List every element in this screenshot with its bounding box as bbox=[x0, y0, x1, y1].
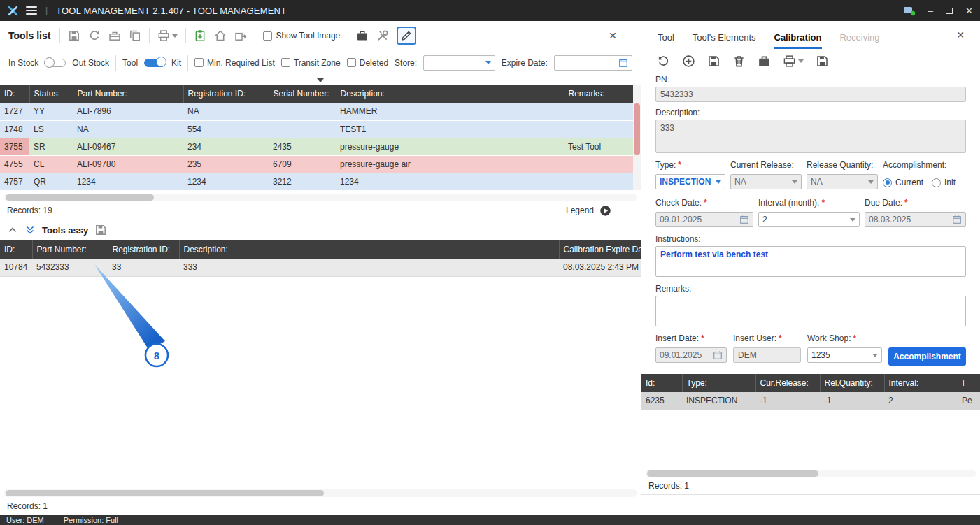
min-required-checkbox[interactable] bbox=[194, 58, 204, 67]
scrollbar-thumb[interactable] bbox=[634, 103, 640, 155]
column-header[interactable]: Id: bbox=[641, 374, 682, 392]
table-row[interactable]: 3755SRALI-094672342435pressure-gaugeTest… bbox=[0, 138, 633, 155]
add-icon[interactable] bbox=[682, 55, 695, 68]
description-field[interactable]: 333 bbox=[655, 120, 966, 153]
show-tool-image-checkbox[interactable] bbox=[263, 31, 272, 41]
double-chevron-down-icon[interactable] bbox=[24, 224, 36, 236]
type-select[interactable]: INSPECTION bbox=[655, 174, 725, 189]
print-dropdown-caret-icon[interactable] bbox=[798, 59, 804, 63]
column-header[interactable]: Part Number: bbox=[32, 240, 108, 259]
accomplishment-button[interactable]: Accomplishment bbox=[888, 347, 966, 366]
edit-icon[interactable] bbox=[397, 27, 416, 45]
column-header[interactable]: Registration ID: bbox=[108, 240, 179, 259]
interval-select[interactable]: 2 bbox=[758, 212, 860, 227]
expire-date-input[interactable] bbox=[554, 55, 632, 71]
transfer-icon[interactable] bbox=[234, 29, 247, 42]
save-icon[interactable] bbox=[94, 224, 107, 236]
refresh-icon[interactable] bbox=[88, 29, 101, 42]
tab-receiving[interactable]: Receiving bbox=[839, 25, 880, 49]
print-icon[interactable] bbox=[783, 55, 804, 68]
column-header[interactable]: Part Number: bbox=[73, 85, 183, 103]
column-header[interactable]: Description: bbox=[336, 85, 564, 103]
horizontal-scrollbar[interactable] bbox=[4, 489, 637, 497]
table-cell: NA bbox=[73, 120, 183, 138]
column-header[interactable]: Serial Number: bbox=[269, 85, 336, 103]
init-radio[interactable] bbox=[932, 178, 941, 187]
column-header[interactable]: Calibration Expire Da bbox=[559, 240, 641, 259]
briefcase-icon[interactable] bbox=[356, 29, 369, 42]
table-row[interactable]: 4755CLALI-097802356709pressure-gauge air bbox=[0, 155, 633, 173]
work-shop-select[interactable]: 1235 bbox=[807, 347, 882, 363]
briefcase-icon[interactable] bbox=[758, 55, 771, 68]
tools-icon[interactable] bbox=[376, 29, 389, 42]
copy-icon[interactable] bbox=[129, 29, 141, 42]
close-tools-list-button[interactable]: ✕ bbox=[609, 30, 617, 41]
check-date-input[interactable]: 09.01.2025 bbox=[655, 212, 753, 227]
export-icon[interactable] bbox=[816, 55, 829, 68]
pn-field[interactable]: 5432333 bbox=[655, 87, 966, 102]
undo-icon[interactable] bbox=[657, 55, 670, 68]
close-panel-button[interactable]: ✕ bbox=[956, 29, 965, 49]
stock-toggle[interactable] bbox=[45, 59, 66, 67]
calendar-icon[interactable] bbox=[952, 215, 962, 224]
tab-tools-elements[interactable]: Tool's Elements bbox=[692, 25, 757, 49]
due-date-input[interactable]: 08.03.2025 bbox=[865, 212, 966, 227]
chevron-up-icon[interactable] bbox=[7, 224, 18, 236]
print-dropdown-caret-icon[interactable] bbox=[172, 34, 178, 38]
vertical-scrollbar[interactable] bbox=[633, 85, 641, 190]
current-radio[interactable] bbox=[883, 178, 892, 187]
calendar-icon[interactable] bbox=[618, 58, 628, 68]
type-label: Type: bbox=[655, 160, 676, 170]
paste-icon[interactable] bbox=[194, 29, 206, 42]
column-header[interactable]: Interval: bbox=[884, 374, 958, 392]
column-header[interactable]: ID: bbox=[0, 85, 29, 103]
insert-user-field[interactable]: DEM bbox=[733, 347, 801, 363]
column-header[interactable]: Cur.Release: bbox=[755, 374, 820, 392]
instructions-field[interactable]: Perform test via bench test bbox=[655, 246, 966, 277]
calendar-icon[interactable] bbox=[739, 215, 749, 224]
deleted-checkbox[interactable] bbox=[347, 58, 356, 67]
save-icon[interactable] bbox=[68, 29, 80, 42]
tab-tool[interactable]: Tool bbox=[657, 25, 675, 49]
column-header[interactable]: Description: bbox=[179, 240, 559, 259]
column-header[interactable]: ID: bbox=[0, 240, 32, 259]
horizontal-scrollbar[interactable] bbox=[4, 194, 637, 201]
column-header[interactable]: I bbox=[958, 374, 980, 392]
table-row[interactable]: 1078454323333333308.03.2025 2:43 PM bbox=[0, 259, 641, 276]
calendar-icon[interactable] bbox=[713, 350, 723, 360]
print-icon[interactable] bbox=[157, 29, 178, 42]
column-header[interactable]: Type: bbox=[682, 374, 755, 392]
home-icon[interactable] bbox=[214, 29, 227, 42]
legend-icon[interactable] bbox=[599, 205, 611, 217]
save-icon[interactable] bbox=[707, 55, 720, 68]
scrollbar-thumb[interactable] bbox=[6, 490, 324, 496]
tab-calibration[interactable]: Calibration bbox=[774, 25, 823, 49]
table-row[interactable]: 4757QR1234123432121234 bbox=[0, 173, 633, 190]
close-window-button[interactable]: ✕ bbox=[965, 6, 973, 15]
scrollbar-thumb[interactable] bbox=[6, 194, 154, 201]
transit-zone-checkbox[interactable] bbox=[281, 58, 290, 67]
menu-icon[interactable] bbox=[26, 6, 37, 15]
column-header[interactable]: Status: bbox=[29, 85, 73, 103]
column-header[interactable]: Remarks: bbox=[564, 85, 633, 103]
table-row[interactable]: 1727YYALI-7896NAHAMMER bbox=[0, 103, 633, 120]
minimize-button[interactable]: – bbox=[928, 6, 933, 15]
remarks-field[interactable] bbox=[655, 296, 966, 326]
insert-date-input[interactable]: 09.01.2025 bbox=[655, 347, 727, 363]
column-header[interactable]: Rel.Quantity: bbox=[820, 374, 884, 392]
column-header[interactable]: Registration ID: bbox=[183, 85, 269, 103]
current-release-select[interactable]: NA bbox=[730, 174, 802, 189]
table-row[interactable]: 1748LSNA554TEST1 bbox=[0, 120, 633, 138]
toolbox-icon[interactable] bbox=[108, 29, 121, 42]
horizontal-scrollbar[interactable] bbox=[646, 470, 976, 477]
release-quantity-select[interactable]: NA bbox=[807, 174, 878, 189]
store-select[interactable] bbox=[423, 55, 495, 71]
connection-status-icon[interactable] bbox=[903, 6, 916, 16]
restore-button[interactable] bbox=[946, 6, 953, 15]
table-cell: 08.03.2025 2:43 PM bbox=[559, 259, 641, 276]
tool-kit-toggle[interactable] bbox=[144, 59, 165, 67]
collapse-handle[interactable] bbox=[0, 75, 641, 85]
scrollbar-thumb[interactable] bbox=[647, 470, 818, 477]
delete-icon[interactable] bbox=[732, 55, 746, 68]
table-row[interactable]: 6235INSPECTION-1-12Pe bbox=[641, 392, 980, 410]
